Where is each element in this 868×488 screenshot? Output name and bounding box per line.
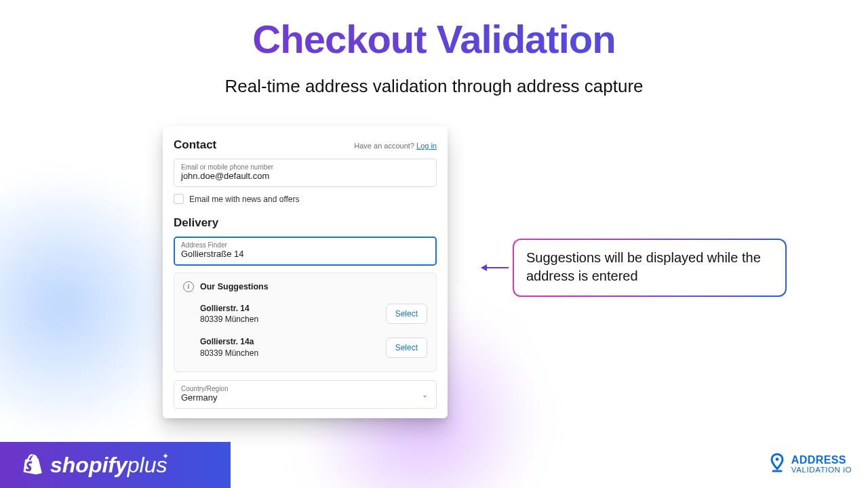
suggestion-line1: Gollierstr. 14 bbox=[200, 303, 258, 314]
address-finder-input[interactable]: Address Finder Gollierstraße 14 bbox=[174, 237, 437, 265]
page-subhead: Real-time address validation through add… bbox=[0, 76, 868, 97]
callout-annotation: Suggestions will be displayed while the … bbox=[481, 239, 787, 297]
suggestion-line1: Gollierstr. 14a bbox=[200, 336, 258, 348]
select-button[interactable]: Select bbox=[386, 304, 427, 324]
shopify-plus-badge: shopifyplus✦ bbox=[0, 442, 231, 488]
account-prompt: Have an account? Log in bbox=[354, 142, 437, 150]
country-value: Germany bbox=[181, 392, 429, 403]
email-value: john.doe@default.com bbox=[181, 171, 429, 182]
pin-icon bbox=[770, 453, 785, 476]
shopify-bag-icon bbox=[22, 454, 42, 476]
logo-text-line1: ADDRESS bbox=[791, 455, 852, 466]
address-finder-label: Address Finder bbox=[181, 241, 429, 249]
address-finder-value: Gollierstraße 14 bbox=[181, 249, 429, 260]
address-validation-logo: ADDRESS VALIDATION iO bbox=[770, 453, 852, 476]
suggestion-line2: 80339 München bbox=[200, 314, 258, 325]
chevron-down-icon: ⌄ bbox=[422, 390, 428, 399]
email-label: Email or mobile phone number bbox=[181, 163, 429, 171]
page-headline: Checkout Validation bbox=[0, 16, 868, 62]
suggestions-panel: i Our Suggestions Gollierstr. 14 80339 M… bbox=[174, 272, 437, 372]
news-checkbox[interactable] bbox=[174, 194, 184, 204]
contact-section-title: Contact bbox=[174, 138, 216, 152]
email-field[interactable]: Email or mobile phone number john.doe@de… bbox=[174, 159, 437, 187]
login-link[interactable]: Log in bbox=[416, 142, 437, 150]
callout-text: Suggestions will be displayed while the … bbox=[514, 240, 785, 296]
checkout-card: Contact Have an account? Log in Email or… bbox=[163, 126, 448, 418]
suggestion-item: Gollierstr. 14a 80339 München Select bbox=[183, 332, 427, 363]
suggestions-title: Our Suggestions bbox=[200, 282, 269, 291]
svg-point-0 bbox=[775, 458, 778, 461]
suggestion-line2: 80339 München bbox=[200, 348, 258, 359]
info-icon: i bbox=[183, 281, 194, 292]
country-select[interactable]: Country/Region Germany ⌄ bbox=[174, 380, 437, 409]
select-button[interactable]: Select bbox=[386, 338, 427, 358]
delivery-section-title: Delivery bbox=[174, 216, 437, 230]
logo-text-line2: VALIDATION iO bbox=[791, 466, 852, 474]
suggestion-item: Gollierstr. 14 80339 München Select bbox=[183, 299, 427, 330]
arrow-icon bbox=[481, 267, 509, 268]
shopify-plus-text: shopifyplus✦ bbox=[50, 453, 167, 478]
news-checkbox-label: Email me with news and offers bbox=[189, 195, 300, 204]
country-label: Country/Region bbox=[181, 385, 429, 392]
account-prompt-text: Have an account? bbox=[354, 142, 414, 150]
